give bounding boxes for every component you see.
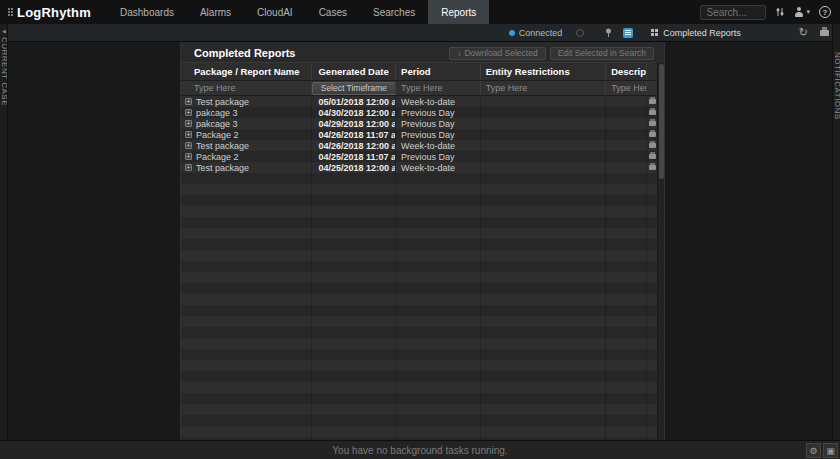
filter-row: Type Here Select Timeframe Type Here Typ… — [181, 80, 657, 96]
print-report-icon[interactable] — [649, 165, 656, 170]
table-row[interactable]: + Package 2 04/25/2018 11:07 am Previous… — [181, 151, 657, 162]
tab-searches[interactable]: Searches — [360, 0, 428, 24]
filter-period[interactable]: Type Here — [396, 81, 481, 95]
user-menu[interactable]: ▾ — [794, 7, 810, 17]
pin-icon[interactable] — [604, 28, 613, 38]
print-report-icon[interactable] — [649, 121, 656, 126]
period-cell: Week-to-date — [401, 141, 455, 151]
edit-selected-label: Edit Selected in Search — [558, 48, 646, 58]
period-cell: Previous Day — [401, 152, 455, 162]
gear-icon[interactable]: ⚙ — [806, 443, 821, 458]
logrhythm-mark-icon — [8, 8, 13, 16]
table-row-empty — [181, 360, 657, 371]
filter-package-name[interactable]: Type Here — [181, 81, 312, 95]
panel-actions: ↓ Download Selected Edit Selected in Sea… — [449, 47, 654, 60]
column-header-package-name[interactable]: Package / Report Name — [181, 63, 312, 80]
expand-row-icon[interactable]: + — [185, 98, 192, 105]
table-row-empty — [181, 217, 657, 228]
expand-row-icon[interactable]: + — [185, 164, 192, 171]
table-row[interactable]: + Test package 04/25/2018 12:00 am Week-… — [181, 162, 657, 173]
generated-date-cell: 04/26/2018 11:07 am — [318, 130, 396, 140]
main-nav-tabs: Dashboards Alarms CloudAI Cases Searches… — [107, 0, 489, 24]
table-row[interactable]: + Test package 05/01/2018 12:00 am Week-… — [181, 96, 657, 107]
scrollbar-thumb[interactable] — [659, 64, 664, 179]
column-header-period[interactable]: Period — [396, 63, 481, 80]
help-icon[interactable]: ? — [819, 6, 831, 18]
table-row[interactable]: + Package 2 04/26/2018 11:07 am Previous… — [181, 129, 657, 140]
topnav-right-controls: ▾ ? — [700, 5, 840, 20]
logo-text: LogRhythm — [17, 5, 91, 20]
column-header-generated-date[interactable]: Generated Date — [312, 63, 396, 80]
logrhythm-logo: LogRhythm — [0, 5, 107, 20]
filter-description[interactable]: Type Here — [606, 81, 647, 95]
caret-down-icon: ▾ — [806, 8, 810, 16]
reports-table: Package / Report Name Generated Date Per… — [181, 62, 657, 440]
period-cell: Previous Day — [401, 130, 455, 140]
period-cell: Previous Day — [401, 108, 455, 118]
tab-cases[interactable]: Cases — [306, 0, 360, 24]
column-header-description[interactable]: Description — [606, 63, 647, 80]
connected-dot-icon — [509, 30, 515, 36]
package-name-cell: pakcage 3 — [196, 119, 238, 129]
view-label: Completed Reports — [663, 28, 741, 38]
dock-panel-icon[interactable]: ▣ — [823, 443, 838, 458]
expand-row-icon[interactable]: + — [185, 109, 192, 116]
filter-entity-restrictions[interactable]: Type Here — [481, 81, 606, 95]
tab-reports[interactable]: Reports — [428, 0, 489, 24]
tab-alarms[interactable]: Alarms — [187, 0, 244, 24]
period-cell: Week-to-date — [401, 163, 455, 173]
download-selected-button[interactable]: ↓ Download Selected — [449, 47, 546, 60]
generated-date-cell: 04/25/2018 12:00 am — [318, 163, 396, 173]
table-row[interactable]: + pakcage 3 04/30/2018 12:00 am Previous… — [181, 107, 657, 118]
table-row-empty — [181, 272, 657, 283]
table-row-empty — [181, 349, 657, 360]
print-icon[interactable] — [820, 30, 829, 36]
print-report-icon[interactable] — [649, 110, 656, 115]
column-header-entity-restrictions[interactable]: Entity Restrictions — [481, 63, 606, 80]
status-bar-tiles: ⚙ ▣ — [806, 443, 838, 458]
edit-selected-in-search-button[interactable]: Edit Selected in Search — [550, 47, 654, 60]
table-row-empty — [181, 316, 657, 327]
notifications-drawer[interactable]: NOTIFICATIONS — [832, 24, 840, 440]
table-row-empty — [181, 239, 657, 250]
table-body: + Test package 05/01/2018 12:00 am Week-… — [181, 96, 657, 440]
view-selector[interactable]: Completed Reports — [651, 28, 741, 38]
expand-row-icon[interactable]: + — [185, 120, 192, 127]
table-row-empty — [181, 195, 657, 206]
table-row[interactable]: + pakcage 3 04/29/2018 12:00 am Previous… — [181, 118, 657, 129]
popout-view-icon[interactable] — [623, 28, 633, 38]
column-header-actions — [647, 63, 657, 80]
table-row-empty — [181, 382, 657, 393]
connection-status: Connected — [509, 28, 563, 38]
background-tasks-message: You have no background tasks running. — [332, 445, 507, 456]
print-report-icon[interactable] — [649, 132, 656, 137]
current-case-drawer[interactable]: ◀ CURRENT CASE — [0, 24, 8, 440]
table-row-empty — [181, 327, 657, 338]
print-report-icon[interactable] — [649, 99, 656, 104]
table-row[interactable]: + Test package 04/26/2018 12:00 am Week-… — [181, 140, 657, 151]
download-icon: ↓ — [457, 48, 461, 58]
sliders-icon[interactable] — [775, 7, 785, 17]
table-row-empty — [181, 404, 657, 415]
expand-row-icon[interactable]: + — [185, 153, 192, 160]
tab-dashboards[interactable]: Dashboards — [107, 0, 187, 24]
tab-cloudai[interactable]: CloudAI — [244, 0, 306, 24]
period-cell: Previous Day — [401, 119, 455, 129]
table-row-empty — [181, 173, 657, 184]
print-report-icon[interactable] — [649, 143, 656, 148]
expand-row-icon[interactable]: + — [185, 142, 192, 149]
search-input[interactable] — [700, 5, 766, 20]
collapse-drawer-icon[interactable]: ◀ — [0, 26, 8, 36]
secondary-status-icon[interactable] — [576, 29, 584, 37]
table-row-empty — [181, 250, 657, 261]
top-navigation: LogRhythm Dashboards Alarms CloudAI Case… — [0, 0, 840, 24]
vertical-scrollbar[interactable] — [657, 62, 664, 440]
table-row-empty — [181, 294, 657, 305]
expand-row-icon[interactable]: + — [185, 131, 192, 138]
table-row-empty — [181, 393, 657, 404]
completed-reports-panel: Completed Reports ↓ Download Selected Ed… — [180, 42, 665, 440]
refresh-icon[interactable]: ↻ — [799, 27, 808, 38]
table-row-empty — [181, 228, 657, 239]
select-timeframe-button[interactable]: Select Timeframe — [312, 82, 395, 95]
print-report-icon[interactable] — [649, 154, 656, 159]
